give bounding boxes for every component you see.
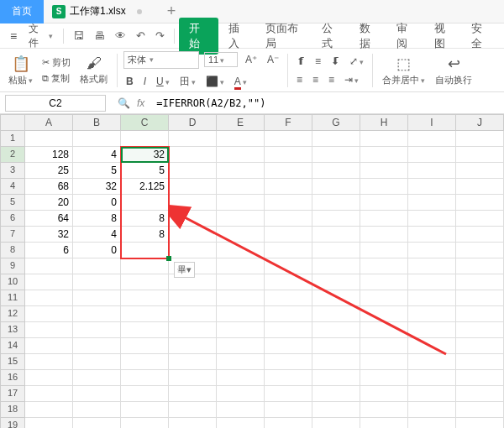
fill-color-button[interactable]: ⬛: [203, 75, 227, 88]
cell[interactable]: [408, 147, 456, 163]
spreadsheet-grid[interactable]: ABCDEFGHIJ1212843232555468322.1255200664…: [0, 114, 504, 428]
cell[interactable]: [169, 322, 217, 338]
cell[interactable]: 20: [25, 195, 73, 211]
align-right-icon[interactable]: ≡: [326, 73, 337, 86]
cell[interactable]: 6: [25, 243, 73, 258]
cell[interactable]: [456, 258, 504, 274]
cell[interactable]: [73, 258, 121, 274]
cell[interactable]: [121, 322, 169, 338]
cell[interactable]: [217, 227, 265, 243]
formula-input[interactable]: [151, 96, 504, 111]
cell[interactable]: [408, 131, 456, 147]
cell[interactable]: [408, 402, 456, 418]
cell[interactable]: 4: [73, 227, 121, 243]
cell[interactable]: [25, 370, 73, 386]
row-header[interactable]: 14: [0, 338, 25, 354]
cell[interactable]: [169, 370, 217, 386]
cell[interactable]: 5: [73, 163, 121, 179]
cell[interactable]: 25: [25, 163, 73, 179]
cell[interactable]: [121, 195, 169, 211]
cell[interactable]: [265, 418, 312, 428]
cell[interactable]: [456, 322, 504, 338]
cell[interactable]: [217, 354, 265, 370]
cell[interactable]: [408, 386, 456, 402]
cell[interactable]: [121, 290, 169, 306]
row-header[interactable]: 11: [0, 290, 25, 306]
cell[interactable]: [456, 338, 504, 354]
font-size-select[interactable]: 11: [204, 52, 238, 67]
cell[interactable]: [217, 322, 265, 338]
cell[interactable]: [312, 258, 360, 274]
autofill-options-icon[interactable]: 畢▾: [174, 262, 195, 278]
cell[interactable]: [217, 258, 265, 274]
column-header[interactable]: G: [312, 114, 360, 131]
cell[interactable]: [73, 402, 121, 418]
fx-icon[interactable]: fx: [137, 97, 144, 109]
indent-icon[interactable]: ⇥: [342, 73, 361, 86]
cell[interactable]: [265, 290, 312, 306]
increase-font-icon[interactable]: A⁺: [243, 53, 260, 66]
cell[interactable]: [456, 386, 504, 402]
cell[interactable]: [265, 402, 312, 418]
align-left-icon[interactable]: ≡: [294, 73, 305, 86]
cell[interactable]: [169, 402, 217, 418]
redo-icon[interactable]: ↷: [151, 27, 169, 44]
column-header[interactable]: H: [360, 114, 408, 131]
cell[interactable]: [169, 227, 217, 243]
cell[interactable]: [408, 195, 456, 211]
ribbon-tab-review[interactable]: 审阅: [388, 18, 424, 55]
column-header[interactable]: A: [25, 114, 73, 131]
merge-center-button[interactable]: ⬚ 合并居中: [379, 55, 428, 86]
cell[interactable]: [456, 131, 504, 147]
column-header[interactable]: D: [169, 114, 217, 131]
column-header[interactable]: C: [121, 114, 169, 131]
cell[interactable]: 32: [73, 179, 121, 195]
row-header[interactable]: 3: [0, 163, 25, 179]
row-header[interactable]: 4: [0, 179, 25, 195]
cell[interactable]: [73, 338, 121, 354]
column-header[interactable]: E: [217, 114, 265, 131]
cell[interactable]: [312, 211, 360, 227]
row-header[interactable]: 2: [0, 147, 25, 163]
row-header[interactable]: 15: [0, 354, 25, 370]
cell[interactable]: [265, 306, 312, 322]
cell[interactable]: [265, 386, 312, 402]
align-center-icon[interactable]: ≡: [310, 73, 321, 86]
row-header[interactable]: 6: [0, 211, 25, 227]
ribbon-tab-formula[interactable]: 公式: [313, 18, 349, 55]
cell[interactable]: [169, 338, 217, 354]
cell[interactable]: [408, 338, 456, 354]
cell[interactable]: [73, 290, 121, 306]
font-name-select[interactable]: 宋体: [123, 51, 199, 69]
cell[interactable]: [408, 290, 456, 306]
cell[interactable]: [217, 386, 265, 402]
cell[interactable]: [360, 227, 408, 243]
cell[interactable]: [169, 163, 217, 179]
cell[interactable]: [217, 274, 265, 290]
cell[interactable]: [312, 354, 360, 370]
cell[interactable]: [360, 274, 408, 290]
cell[interactable]: [312, 386, 360, 402]
cell[interactable]: [456, 306, 504, 322]
cell[interactable]: [25, 290, 73, 306]
cell[interactable]: [169, 179, 217, 195]
cell[interactable]: [456, 179, 504, 195]
cell[interactable]: [408, 163, 456, 179]
cell[interactable]: [25, 258, 73, 274]
cell[interactable]: [360, 338, 408, 354]
cell[interactable]: 5: [121, 163, 169, 179]
cell[interactable]: [456, 243, 504, 258]
cell[interactable]: 0: [73, 195, 121, 211]
column-header[interactable]: B: [73, 114, 121, 131]
cell[interactable]: [121, 354, 169, 370]
cell[interactable]: [408, 306, 456, 322]
cell[interactable]: [217, 370, 265, 386]
cell[interactable]: [456, 147, 504, 163]
ribbon-tab-data[interactable]: 数据: [351, 18, 387, 55]
border-button[interactable]: 田: [177, 74, 198, 90]
cell[interactable]: [408, 322, 456, 338]
cell[interactable]: [121, 370, 169, 386]
cell[interactable]: [408, 243, 456, 258]
cell[interactable]: [169, 243, 217, 258]
row-header[interactable]: 12: [0, 306, 25, 322]
